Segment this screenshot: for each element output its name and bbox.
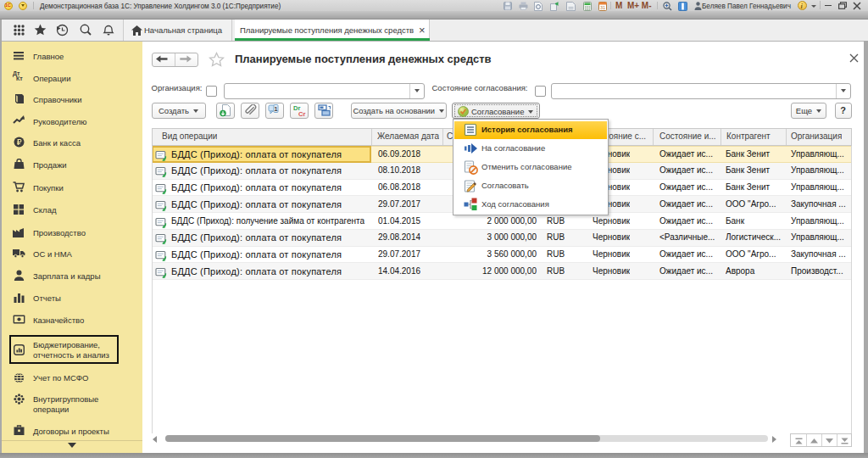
svg-text:1: 1: [275, 106, 278, 112]
svg-text:31: 31: [600, 5, 605, 10]
